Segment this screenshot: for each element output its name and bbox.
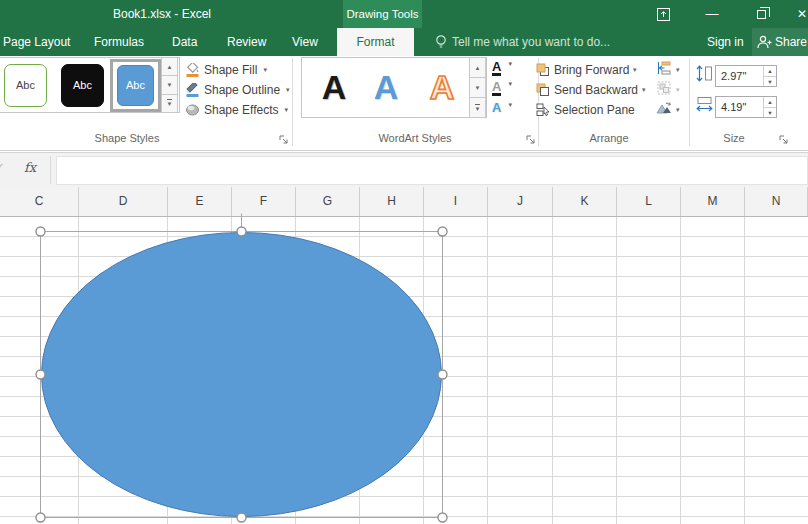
group-separator [292,58,293,146]
column-header-J[interactable]: J [488,187,553,216]
shape-style-preset-2[interactable]: Abc [61,64,104,107]
enter-check-icon[interactable]: ✓ [0,160,5,175]
tab-review[interactable]: Review [227,28,266,56]
shape-effects-label: Shape Effects [204,103,279,117]
insert-function-button[interactable]: fx [24,160,36,175]
text-effects-button[interactable]: A ▾ [492,101,522,118]
column-header-F[interactable]: F [232,187,296,216]
column-header-E[interactable]: E [168,187,232,216]
gridline-vertical [744,217,745,524]
column-header-M[interactable]: M [681,187,745,216]
selection-pane-button[interactable]: Selection Pane [536,101,635,119]
column-header-G[interactable]: G [296,187,360,216]
wordart-preset-black[interactable]: A [312,64,356,110]
formula-bar: ✓ fx [0,152,808,187]
document-title: Book1.xlsx - Excel [113,0,211,28]
close-button[interactable]: ✕ [796,0,808,28]
gridline-vertical [680,217,681,524]
size-dialog-launcher[interactable] [779,131,790,142]
tab-data[interactable]: Data [172,28,197,56]
send-backward-button[interactable]: Send Backward [536,81,638,99]
send-backward-caret-icon[interactable]: ▾ [642,86,646,94]
align-button[interactable] [657,61,671,79]
height-spin-down-button[interactable]: ▼ [764,77,776,87]
rotate-button[interactable] [656,101,671,119]
column-header-H[interactable]: H [360,187,424,216]
column-header-C[interactable]: C [0,187,79,216]
align-caret-icon[interactable]: ▾ [676,66,680,74]
shape-effects-button[interactable]: Shape Effects ▾ [185,101,288,119]
gallery-scroll-down-button[interactable]: ▼ [469,78,486,98]
column-header-N[interactable]: N [745,187,808,216]
shape-styles-dialog-launcher[interactable] [279,131,290,142]
column-header-K[interactable]: K [553,187,617,216]
wordart-preset-blue[interactable]: A [364,64,408,110]
excel-window: Book1.xlsx - Excel Drawing Tools — ✕ Pag… [0,0,808,524]
minimize-button[interactable]: — [697,0,727,28]
gallery-scroll-up-button[interactable]: ▲ [161,57,178,76]
gridline-vertical [423,217,424,524]
shape-styles-scrollbar: ▲ ▼ ▼ [161,57,178,113]
gallery-more-button[interactable]: ▼ [469,98,486,118]
tab-page-layout[interactable]: Page Layout [3,28,70,56]
column-header-I[interactable]: I [424,187,488,216]
column-header-row: CDEFGHIJKLMN [0,187,808,217]
ribbon-display-options-button[interactable] [648,0,678,28]
formula-bar-separator [50,156,51,184]
text-outline-button[interactable]: A ▾ [492,80,522,97]
selection-pane-label: Selection Pane [554,103,635,117]
contextual-tools-header: Drawing Tools [343,0,422,28]
bring-forward-caret-icon[interactable]: ▾ [633,66,637,74]
gallery-more-button[interactable]: ▼ [161,95,178,113]
text-fill-button[interactable]: A ▾ [492,60,522,77]
height-spin-up-button[interactable]: ▲ [764,66,776,77]
shape-width-field[interactable]: 4.19" ▲ ▼ [715,96,777,118]
formula-input[interactable] [56,156,808,185]
tell-me-box[interactable]: Tell me what you want to do... [452,28,610,56]
arrange-group-label: Arrange [549,132,669,144]
restore-icon [757,10,766,19]
shape-height-value: 2.97" [721,70,746,82]
pencil-icon [185,83,200,98]
shape-fill-label: Shape Fill [204,63,257,77]
group-objects-icon [657,81,671,95]
worksheet-grid[interactable] [0,217,808,524]
column-header-L[interactable]: L [617,187,681,216]
sign-in-button[interactable]: Sign in [707,28,744,56]
wordart-dialog-launcher[interactable] [526,131,537,142]
group-button[interactable] [657,81,671,99]
restore-button[interactable] [746,0,776,28]
shape-outline-button[interactable]: Shape Outline ▾ [185,81,290,99]
shape-fill-caret-icon: ▾ [263,66,267,74]
shape-height-field[interactable]: 2.97" ▲ ▼ [715,65,777,87]
shape-styles-gallery: Abc Abc Abc [0,57,180,113]
text-outline-icon: A [492,80,501,96]
wordart-scrollbar: ▲ ▼ ▼ [469,57,486,118]
rotate-icon [656,101,671,115]
column-header-D[interactable]: D [79,187,168,216]
shape-outline-label: Shape Outline [204,83,280,97]
share-label: Share [775,28,807,56]
shape-style-preset-1[interactable]: Abc [4,64,47,107]
text-outline-caret-icon: ▾ [508,80,512,88]
tab-view[interactable]: View [292,28,318,56]
shape-height-icon [696,65,713,86]
rotate-caret-icon[interactable]: ▾ [676,106,680,114]
shape-style-preset-3-selected[interactable]: Abc [110,59,161,112]
width-spin-down-button[interactable]: ▼ [764,108,776,118]
tab-format-active[interactable]: Format [337,28,414,56]
width-spin-up-button[interactable]: ▲ [764,97,776,108]
shape-fill-button[interactable]: Shape Fill ▾ [185,61,267,79]
gallery-scroll-up-button[interactable]: ▲ [469,57,486,78]
tab-formulas[interactable]: Formulas [94,28,144,56]
wordart-group-label: WordArt Styles [340,132,490,144]
share-button[interactable]: Share [752,28,808,56]
gallery-scroll-down-button[interactable]: ▼ [161,76,178,94]
gridline-vertical [78,217,79,524]
wordart-preset-orange[interactable]: A [420,64,464,110]
title-bar: Book1.xlsx - Excel Drawing Tools — ✕ [0,0,808,28]
size-group-label: Size [704,132,764,144]
ribbon: Abc Abc Abc ▲ ▼ ▼ Shape Fill ▾ [0,56,808,151]
bring-forward-button[interactable]: Bring Forward [536,61,629,79]
text-fill-caret-icon: ▾ [508,60,512,68]
